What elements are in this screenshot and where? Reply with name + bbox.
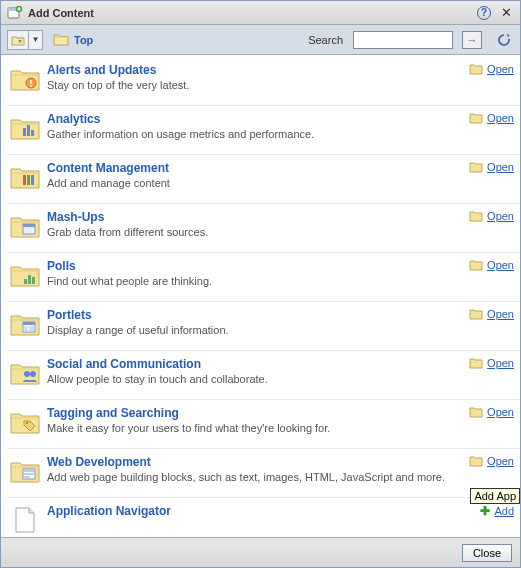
- action-label: Open: [487, 357, 514, 369]
- action-label: Open: [487, 63, 514, 75]
- folder-small-icon: [469, 161, 483, 173]
- svg-rect-17: [23, 322, 35, 325]
- folder-icon: [53, 33, 69, 46]
- catalog-item-title[interactable]: Web Development: [47, 455, 151, 469]
- open-link[interactable]: Open: [469, 210, 514, 222]
- add-content-dialog: Add Content ? ✕ ▼ Top Search →: [0, 0, 521, 568]
- breadcrumb-top-link[interactable]: Top: [74, 34, 93, 46]
- dialog-footer: Close: [1, 537, 520, 567]
- folder-portlets-icon: [9, 308, 41, 340]
- svg-rect-14: [28, 275, 31, 284]
- catalog-item-title[interactable]: Tagging and Searching: [47, 406, 179, 420]
- svg-point-20: [24, 371, 30, 377]
- folder-small-icon: [469, 210, 483, 222]
- search-label: Search: [308, 34, 343, 46]
- search-input[interactable]: [353, 31, 453, 49]
- catalog-item-title[interactable]: Application Navigator: [47, 504, 171, 518]
- svg-rect-13: [24, 279, 27, 284]
- catalog-item-desc: Find out what people are thinking.: [47, 275, 469, 287]
- catalog-item-body: Alerts and UpdatesStay on top of the ver…: [47, 63, 469, 91]
- folder-small-icon: [469, 259, 483, 271]
- help-button[interactable]: ?: [476, 5, 492, 21]
- document-icon: [9, 504, 41, 536]
- catalog-item-desc: Add web page building blocks, such as te…: [47, 471, 469, 483]
- catalog-item-body: AnalyticsGather information on usage met…: [47, 112, 469, 140]
- catalog-item-title[interactable]: Alerts and Updates: [47, 63, 156, 77]
- add-link[interactable]: ✚Add: [480, 504, 514, 518]
- action-label: Open: [487, 308, 514, 320]
- folder-mashups-icon: [9, 210, 41, 242]
- svg-rect-10: [31, 175, 34, 185]
- svg-point-4: [30, 85, 32, 87]
- catalog-item: PortletsDisplay a range of useful inform…: [7, 302, 520, 351]
- toolbar: ▼ Top Search →: [1, 25, 520, 55]
- catalog-item: PollsFind out what people are thinking.O…: [7, 253, 520, 302]
- folder-webdev-icon: [9, 455, 41, 487]
- catalog-item: Web DevelopmentAdd web page building blo…: [7, 449, 520, 498]
- catalog-item-title[interactable]: Portlets: [47, 308, 92, 322]
- catalog-item-title[interactable]: Mash-Ups: [47, 210, 104, 224]
- catalog-item-title[interactable]: Polls: [47, 259, 76, 273]
- catalog-item: Mash-UpsGrab data from different sources…: [7, 204, 520, 253]
- folder-small-icon: [469, 357, 483, 369]
- open-link[interactable]: Open: [469, 161, 514, 173]
- catalog-item-body: Web DevelopmentAdd web page building blo…: [47, 455, 469, 483]
- close-button[interactable]: Close: [462, 544, 512, 562]
- arrow-right-icon: →: [467, 34, 478, 46]
- catalog-item-desc: Allow people to stay in touch and collab…: [47, 373, 469, 385]
- catalog-item-desc: Stay on top of the very latest.: [47, 79, 469, 91]
- folder-tagging-icon: [9, 406, 41, 438]
- action-label: Add: [494, 505, 514, 517]
- titlebar: Add Content ? ✕: [1, 1, 520, 25]
- catalog-item-desc: Add and manage content: [47, 177, 469, 189]
- open-link[interactable]: Open: [469, 112, 514, 124]
- catalog-item: Tagging and SearchingMake it easy for yo…: [7, 400, 520, 449]
- folder-alerts-icon: [9, 63, 41, 95]
- breadcrumb: Top: [53, 33, 93, 46]
- catalog-item-title[interactable]: Content Management: [47, 161, 169, 175]
- content-area: Alerts and UpdatesStay on top of the ver…: [1, 55, 520, 537]
- folder-small-icon: [469, 455, 483, 467]
- svg-rect-8: [23, 175, 26, 185]
- open-link[interactable]: Open: [469, 259, 514, 271]
- svg-rect-19: [29, 326, 34, 331]
- svg-rect-9: [27, 175, 30, 185]
- up-folder-icon: [11, 34, 25, 46]
- open-link[interactable]: Open: [469, 406, 514, 418]
- catalog-item-desc: Make it easy for your users to find what…: [47, 422, 469, 434]
- catalog-item-desc: Gather information on usage metrics and …: [47, 128, 469, 140]
- catalog-item: Content ManagementAdd and manage content…: [7, 155, 520, 204]
- open-link[interactable]: Open: [469, 357, 514, 369]
- open-link[interactable]: Open: [469, 308, 514, 320]
- catalog-item-title[interactable]: Social and Communication: [47, 357, 201, 371]
- up-level-dropdown[interactable]: ▼: [29, 30, 43, 50]
- svg-rect-18: [24, 326, 28, 331]
- catalog-item: AnalyticsGather information on usage met…: [7, 106, 520, 155]
- action-label: Open: [487, 210, 514, 222]
- close-icon-button[interactable]: ✕: [498, 5, 514, 21]
- catalog-item: Application Navigator✚Add: [7, 498, 520, 537]
- tooltip: Add App: [470, 488, 520, 504]
- catalog-item-title[interactable]: Analytics: [47, 112, 100, 126]
- folder-polls-icon: [9, 259, 41, 291]
- help-icon: ?: [477, 6, 491, 20]
- add-content-icon: [7, 5, 23, 21]
- catalog-item-desc: Display a range of useful information.: [47, 324, 469, 336]
- catalog-list[interactable]: Alerts and UpdatesStay on top of the ver…: [1, 55, 520, 537]
- catalog-item-desc: Grab data from different sources.: [47, 226, 469, 238]
- action-label: Open: [487, 406, 514, 418]
- catalog-item-body: Mash-UpsGrab data from different sources…: [47, 210, 469, 238]
- dialog-title: Add Content: [28, 7, 476, 19]
- open-link[interactable]: Open: [469, 63, 514, 75]
- svg-point-21: [30, 371, 36, 377]
- catalog-item-body: PortletsDisplay a range of useful inform…: [47, 308, 469, 336]
- folder-small-icon: [469, 308, 483, 320]
- catalog-item-body: Content ManagementAdd and manage content: [47, 161, 469, 189]
- svg-rect-12: [23, 224, 35, 227]
- svg-point-22: [26, 422, 28, 424]
- search-go-button[interactable]: →: [462, 31, 482, 49]
- up-level-button[interactable]: [7, 30, 29, 50]
- refresh-button[interactable]: [494, 31, 514, 49]
- open-link[interactable]: Open: [469, 455, 514, 467]
- refresh-icon: [496, 32, 512, 48]
